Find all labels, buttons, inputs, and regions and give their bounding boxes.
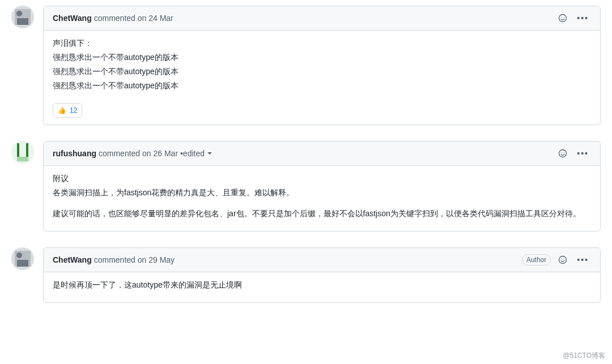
reactions: 👍 12 (44, 103, 600, 125)
comment: ChetWang commented on 24 Mar ••• 声泪俱下： 强… (43, 6, 601, 125)
reaction-thumbsup[interactable]: 👍 12 (53, 103, 82, 118)
svg-rect-3 (17, 18, 28, 25)
body-line: 声泪俱下： (53, 37, 591, 49)
body-line: 附议 (53, 173, 591, 185)
timeline-item: rufushuang commented on 26 Mar • edited … (0, 141, 612, 232)
header-actions: ••• (555, 146, 591, 161)
svg-rect-10 (17, 157, 28, 161)
comment-meta: commented on 26 Mar • (99, 148, 183, 160)
svg-point-5 (561, 17, 562, 18)
svg-point-12 (561, 152, 562, 153)
svg-point-20 (564, 259, 564, 259)
body-line: 是时候再顶一下了，这autotype带来的漏洞是无止境啊 (53, 279, 591, 291)
page: ChetWang commented on 24 Mar ••• 声泪俱下： 强… (0, 0, 612, 364)
svg-point-2 (16, 11, 22, 16)
svg-point-19 (561, 259, 562, 259)
reaction-emoji: 👍 (58, 105, 66, 116)
comment-author[interactable]: ChetWang (53, 254, 92, 266)
comment-author[interactable]: rufushuang (53, 148, 96, 160)
author-badge: Author (522, 254, 551, 265)
comment-header: ChetWang commented on 24 Mar ••• (44, 6, 600, 31)
comment: ChetWang commented on 29 May Author ••• … (43, 247, 601, 303)
svg-point-18 (559, 256, 567, 264)
comment-body: 声泪俱下： 强烈恳求出一个不带autotype的版本 强烈恳求出一个不带auto… (44, 31, 600, 103)
emoji-icon[interactable] (555, 11, 570, 25)
kebab-icon[interactable]: ••• (575, 12, 591, 24)
avatar[interactable] (11, 6, 34, 28)
comment-header: rufushuang commented on 26 Mar • edited … (44, 142, 600, 166)
emoji-icon[interactable] (555, 252, 570, 267)
body-line: 强烈恳求出一个不带autotype的版本 (53, 80, 591, 92)
avatar[interactable] (11, 141, 34, 164)
svg-point-4 (559, 15, 567, 22)
comment-meta: commented on 24 Mar (94, 12, 173, 24)
body-line: 各类漏洞扫描上，为fastjson花费的精力真是大、且重复。难以解释。 (53, 187, 591, 199)
timeline-item: ChetWang commented on 29 May Author ••• … (0, 247, 612, 303)
reaction-count: 12 (70, 105, 77, 116)
comment-body: 是时候再顶一下了，这autotype带来的漏洞是无止境啊 (44, 272, 600, 302)
body-line: 建议可能的话，也区能够尽量明显的差异化包名、jar包。不要只是加个后缀，最好不会… (53, 208, 591, 220)
body-line: 强烈恳求出一个不带autotype的版本 (53, 52, 591, 63)
body-line: 强烈恳求出一个不带autotype的版本 (53, 66, 591, 78)
header-actions: Author ••• (522, 252, 591, 267)
avatar[interactable] (11, 247, 34, 270)
svg-point-6 (564, 17, 564, 18)
svg-point-11 (559, 150, 567, 157)
kebab-icon[interactable]: ••• (575, 254, 591, 266)
comment-header: ChetWang commented on 29 May Author ••• (44, 248, 600, 272)
edited-label: edited (183, 148, 205, 160)
svg-point-16 (16, 252, 22, 258)
comment-author[interactable]: ChetWang (53, 12, 92, 24)
comment: rufushuang commented on 26 Mar • edited … (43, 141, 601, 232)
watermark: @51CTO博客 (563, 350, 605, 361)
emoji-icon[interactable] (555, 146, 570, 161)
kebab-icon[interactable]: ••• (575, 148, 591, 160)
comment-body: 附议 各类漏洞扫描上，为fastjson花费的精力真是大、且重复。难以解释。 建… (44, 166, 600, 231)
comment-meta: commented on 29 May (94, 254, 175, 266)
svg-point-13 (564, 152, 564, 153)
timeline-item: ChetWang commented on 24 Mar ••• 声泪俱下： 强… (0, 6, 612, 125)
header-actions: ••• (555, 11, 591, 25)
caret-down-icon (207, 151, 212, 156)
svg-rect-17 (17, 260, 28, 267)
edited-button[interactable]: edited (183, 148, 212, 160)
